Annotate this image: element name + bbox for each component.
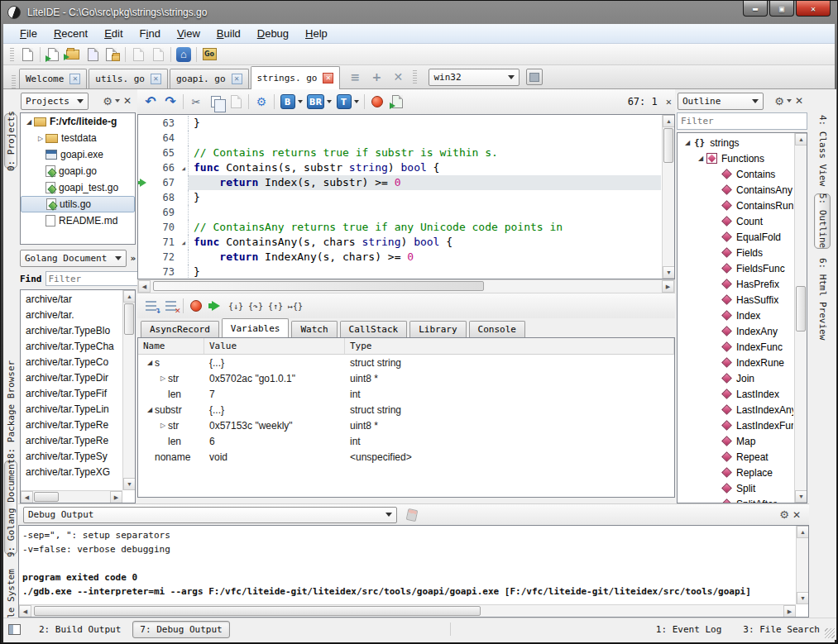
tree-item-utils-go[interactable]: utils.go bbox=[21, 196, 135, 212]
close-panel-icon[interactable]: ✕ bbox=[789, 509, 804, 521]
close-panel-icon[interactable]: ✕ bbox=[792, 95, 807, 107]
projects-selector[interactable]: Projects bbox=[21, 93, 89, 110]
column-header-type[interactable]: Type bbox=[345, 338, 674, 354]
menu-build[interactable]: Build bbox=[208, 26, 249, 41]
open-folder-icon[interactable] bbox=[63, 45, 83, 64]
package-list-item[interactable]: archive/tar.TypeCo bbox=[21, 355, 122, 370]
env-settings-button[interactable] bbox=[526, 69, 543, 85]
package-list-item[interactable]: archive/tar.TypeDir bbox=[21, 370, 122, 386]
gear-icon[interactable]: ⚙ bbox=[774, 95, 792, 107]
variable-row-len[interactable]: len6int bbox=[138, 433, 674, 449]
outline-group-functions[interactable]: ◢Functions bbox=[678, 150, 793, 166]
code-line-66[interactable]: 66◢func Contains(s, substr string) bool … bbox=[138, 160, 661, 175]
outline-function-containsrune[interactable]: ContainsRune bbox=[678, 198, 793, 213]
code-editor[interactable]: 63}6465// Contains returns true if subst… bbox=[137, 114, 675, 279]
rail-item-9-golang-document[interactable]: 9: Golang Document bbox=[4, 460, 17, 555]
tab-goapi-go[interactable]: goapi. go✕ bbox=[170, 69, 249, 88]
debug-tab-watch[interactable]: Watch bbox=[291, 321, 337, 337]
tree-item-testdata[interactable]: ▷testdata bbox=[21, 130, 135, 146]
variable-row-str[interactable]: ▷str0x5702ac "go1.0.1"uint8 * bbox=[138, 370, 674, 386]
save-file-icon[interactable] bbox=[83, 45, 103, 64]
code-line-67[interactable]: 67 return Index(s, substr) >= 0 bbox=[138, 175, 661, 190]
variable-row-noname[interactable]: nonamevoid<unspecified> bbox=[138, 449, 674, 465]
outline-function-hassuffix[interactable]: HasSuffix bbox=[678, 292, 793, 308]
outline-function-splitafter[interactable]: SplitAfter bbox=[678, 496, 793, 503]
tab-close-icon[interactable]: ✕ bbox=[69, 74, 80, 84]
outline-function-fieldsfunc[interactable]: FieldsFunc bbox=[678, 260, 793, 276]
code-line-69[interactable]: 69 bbox=[138, 205, 661, 220]
step-into-icon[interactable]: {↓} bbox=[226, 297, 246, 315]
menu-recent[interactable]: Recent bbox=[45, 26, 96, 41]
tab-welcome[interactable]: Welcome✕ bbox=[19, 69, 87, 88]
outline-function-split[interactable]: Split bbox=[678, 480, 793, 496]
close-button[interactable]: ✕ bbox=[796, 1, 831, 17]
tree-item-goapi-test-go[interactable]: goapi_test.go bbox=[21, 179, 135, 196]
package-list-hscrollbar[interactable]: ◀ ▶ bbox=[21, 490, 122, 503]
outline-function-equalfold[interactable]: EqualFold bbox=[678, 229, 793, 245]
build-b-menu-button[interactable]: B bbox=[277, 93, 305, 111]
debug-tab-callstack[interactable]: CallStack bbox=[340, 321, 408, 337]
package-list-item[interactable]: archive/tar.TypeSy bbox=[21, 449, 122, 465]
outline-function-contains[interactable]: Contains bbox=[678, 166, 793, 182]
outline-filter-input[interactable] bbox=[677, 112, 807, 130]
continue-icon[interactable] bbox=[206, 297, 226, 315]
code-line-73[interactable]: 73} bbox=[138, 265, 661, 279]
outline-function-lastindexfunc[interactable]: LastIndexFunc bbox=[678, 417, 793, 433]
collapse-arrow-icon[interactable]: ◢ bbox=[145, 406, 155, 413]
package-list-item[interactable]: archive/tar.TypeRe bbox=[21, 433, 122, 449]
status-2-build-output[interactable]: 2: Build Output bbox=[32, 622, 127, 637]
variable-row-substr[interactable]: ◢substr{...}struct string bbox=[138, 402, 674, 417]
build-br-menu-button[interactable]: BR bbox=[305, 93, 333, 111]
reload-file-icon[interactable] bbox=[128, 45, 148, 64]
tree-item-goapi-go[interactable]: goapi.go bbox=[21, 163, 135, 179]
package-list-item[interactable]: archive/tar.TypeCha bbox=[21, 339, 122, 355]
add-split-icon[interactable]: + bbox=[366, 67, 386, 87]
step-out-icon[interactable]: {↑} bbox=[266, 297, 285, 315]
package-list-item[interactable]: archive/tar.TypeBlo bbox=[21, 323, 122, 339]
resize-grip[interactable] bbox=[825, 628, 835, 638]
golang-document-selector[interactable]: Golang Document bbox=[20, 250, 127, 267]
status-7-debug-output[interactable]: 7: Debug Output bbox=[132, 621, 229, 638]
build-t-menu-button[interactable]: T bbox=[333, 93, 362, 111]
outline-function-map[interactable]: Map bbox=[678, 433, 793, 449]
env-selector[interactable]: win32 bbox=[429, 69, 520, 86]
clear-output-icon[interactable] bbox=[406, 508, 419, 521]
code-line-64[interactable]: 64 bbox=[138, 131, 661, 145]
tab-close-icon[interactable]: ✕ bbox=[151, 74, 161, 84]
gear-icon[interactable]: ⚙ bbox=[251, 93, 271, 111]
code-line-72[interactable]: 72 return IndexAny(s, chars) >= 0 bbox=[138, 250, 661, 265]
tree-item-readme-md[interactable]: README.md bbox=[21, 212, 135, 229]
package-list-item[interactable]: archive/tar.TypeRe bbox=[21, 417, 122, 433]
run-to-line-icon[interactable]: ↦{} bbox=[285, 297, 305, 315]
outline-function-containsany[interactable]: ContainsAny bbox=[678, 182, 793, 198]
outline-function-indexany[interactable]: IndexAny bbox=[678, 323, 793, 339]
debug-tab-library[interactable]: Library bbox=[409, 321, 466, 337]
outline-function-fields[interactable]: Fields bbox=[678, 245, 793, 260]
rail-item-5-outline[interactable]: 5: Outline bbox=[814, 193, 831, 249]
status-3-file-search[interactable]: 3: File Search bbox=[743, 624, 820, 635]
menu-help[interactable]: Help bbox=[297, 26, 336, 41]
rail-item-4-class-view[interactable]: 4: Class View bbox=[814, 117, 831, 185]
home-icon[interactable]: ⌂ bbox=[174, 45, 194, 64]
outline-selector[interactable]: Outline bbox=[678, 93, 764, 110]
delete-item-icon[interactable] bbox=[160, 297, 180, 315]
outline-function-join[interactable]: Join bbox=[678, 370, 793, 386]
outline-function-lastindexany[interactable]: LastIndexAny bbox=[678, 402, 793, 417]
minimize-button[interactable]: ▬ bbox=[743, 1, 768, 17]
close-all-icon[interactable]: ✕ bbox=[388, 67, 408, 87]
cut-icon[interactable]: ✂ bbox=[186, 93, 206, 111]
chevron-more-icon[interactable]: » bbox=[130, 253, 136, 264]
undo-icon[interactable]: ↶ bbox=[141, 93, 160, 111]
close-panel-icon[interactable]: ✕ bbox=[120, 95, 135, 107]
code-line-63[interactable]: 63} bbox=[138, 116, 661, 131]
outline-function-replace[interactable]: Replace bbox=[678, 465, 793, 480]
package-list-item[interactable]: archive/tar.TypeFif bbox=[21, 386, 122, 402]
rail-item-6-html-preview[interactable]: 6: Html Preview bbox=[814, 255, 831, 342]
rail-item-0-projects[interactable]: 0: Projects bbox=[4, 113, 17, 169]
title-bar[interactable]: LiteIDE - C:\Go\src\pkg\strings\strings.… bbox=[1, 1, 837, 24]
outline-function-indexfunc[interactable]: IndexFunc bbox=[678, 339, 793, 355]
code-line-71[interactable]: 71◢func ContainsAny(s, chars string) boo… bbox=[138, 235, 661, 250]
menu-debug[interactable]: Debug bbox=[249, 26, 297, 41]
export-icon[interactable] bbox=[387, 93, 407, 111]
output-selector[interactable]: Debug Output bbox=[23, 507, 397, 523]
